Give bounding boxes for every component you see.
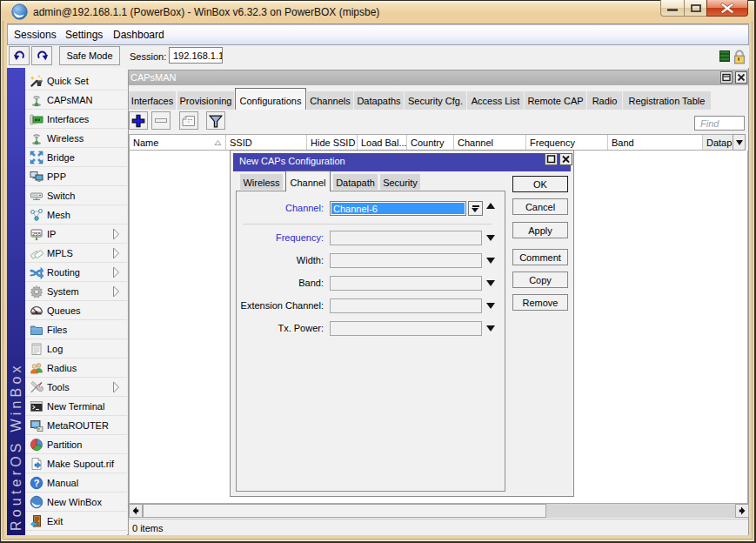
svg-text:255: 255 bbox=[32, 231, 42, 237]
svg-text:?: ? bbox=[34, 478, 40, 488]
